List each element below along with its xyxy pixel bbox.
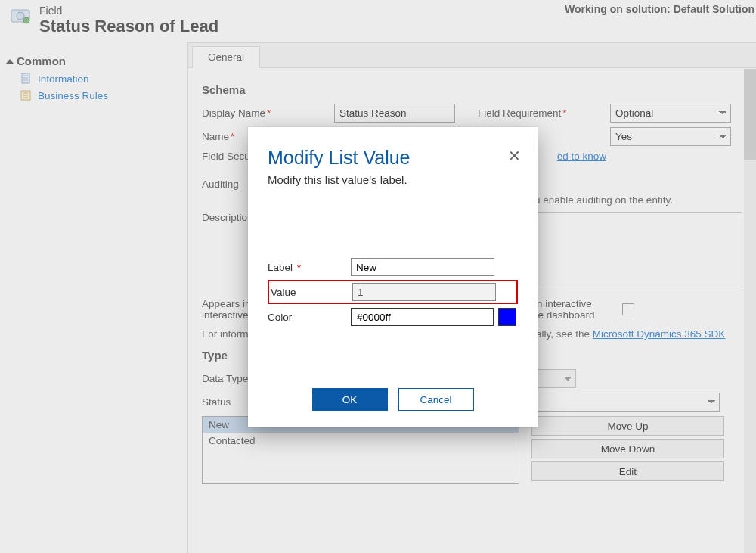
- tab-bar: General: [188, 43, 756, 68]
- nav-item-business-rules[interactable]: Business Rules: [20, 89, 180, 102]
- field-entity-icon: [9, 5, 33, 29]
- left-nav: Common Information Business Rules: [0, 47, 187, 553]
- cancel-button[interactable]: Cancel: [398, 388, 474, 411]
- edit-button[interactable]: Edit: [531, 461, 724, 481]
- label-field-label: Label *: [268, 262, 351, 273]
- schema-heading: Schema: [202, 83, 742, 96]
- move-up-button[interactable]: Move Up: [531, 416, 724, 436]
- label-field-input[interactable]: [351, 258, 494, 276]
- color-field-label: Color: [268, 312, 351, 323]
- dialog-title: Modify List Value: [268, 147, 518, 169]
- color-field-input[interactable]: [351, 308, 494, 326]
- solution-context: Working on solution: Default Solution: [565, 3, 754, 15]
- svg-point-1: [17, 12, 24, 20]
- dialog-subtitle: Modify this list value's label.: [268, 173, 518, 186]
- move-down-button[interactable]: Move Down: [531, 439, 724, 458]
- modify-list-value-dialog: ✕ Modify List Value Modify this list val…: [248, 127, 538, 427]
- document-icon: [20, 72, 33, 85]
- value-field-input[interactable]: [352, 283, 496, 301]
- collapse-icon: [6, 59, 14, 64]
- nav-item-label: Information: [38, 73, 89, 85]
- field-requirement-select[interactable]: Optional: [610, 104, 731, 123]
- color-swatch[interactable]: [499, 309, 516, 325]
- tab-general[interactable]: General: [192, 46, 260, 68]
- nav-item-label: Business Rules: [38, 90, 108, 101]
- nav-section-label: Common: [17, 54, 66, 67]
- display-name-label: Display Name*: [202, 107, 334, 119]
- scroll-thumb[interactable]: [744, 69, 756, 160]
- value-row-highlight: Value: [268, 280, 518, 304]
- sdk-link[interactable]: Microsoft Dynamics 365 SDK: [593, 328, 726, 340]
- value-field-label: Value: [271, 287, 352, 298]
- entity-type-label: Field: [39, 5, 218, 17]
- sortable-dashboard-checkbox[interactable]: [622, 303, 634, 315]
- close-icon[interactable]: ✕: [508, 147, 521, 165]
- rules-icon: [20, 89, 33, 102]
- field-requirement-label: Field Requirement*: [478, 107, 610, 119]
- searchable-select[interactable]: Yes: [610, 127, 731, 146]
- need-to-know-link[interactable]: ed to know: [557, 151, 606, 162]
- nav-item-information[interactable]: Information: [20, 72, 180, 85]
- page-title: Status Reason of Lead: [39, 17, 218, 36]
- svg-point-2: [23, 17, 29, 23]
- ok-button[interactable]: OK: [312, 388, 388, 411]
- display-name-input[interactable]: [334, 104, 455, 123]
- vertical-scrollbar[interactable]: [744, 69, 756, 553]
- auditing-note: u enable auditing on the entity.: [534, 194, 673, 206]
- page-title-block: Field Status Reason of Lead: [39, 5, 218, 36]
- nav-section-common[interactable]: Common: [8, 54, 180, 67]
- list-item[interactable]: Contacted: [203, 433, 519, 449]
